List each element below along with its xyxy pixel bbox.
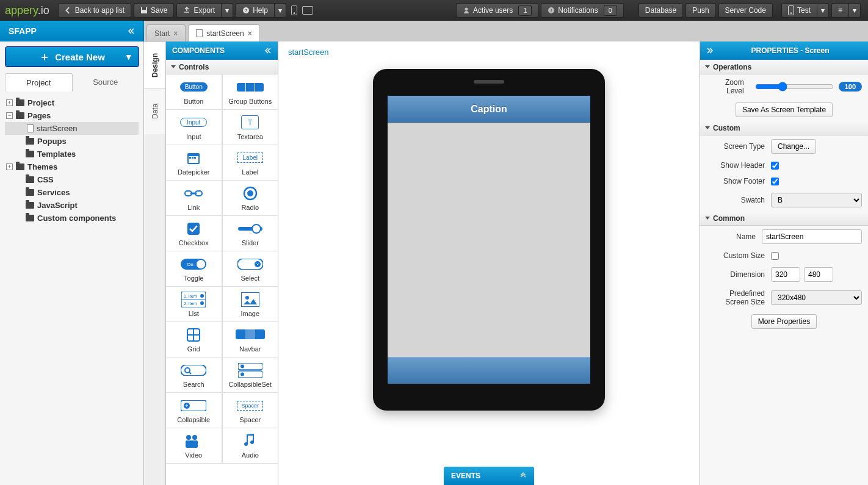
svg-point-17	[247, 190, 253, 196]
component-search[interactable]: Search	[166, 357, 222, 393]
svg-text:?: ?	[245, 8, 248, 13]
collapse-palette-icon[interactable]	[264, 47, 272, 54]
components-title: COMPONENTS	[172, 46, 225, 55]
predef-select[interactable]: 320x480	[771, 290, 862, 305]
help-caret[interactable]: ▾	[275, 3, 286, 18]
canvas[interactable]: startScreen Caption EVENTS	[278, 41, 700, 485]
breadcrumb[interactable]: startScreen	[278, 41, 700, 63]
test-caret[interactable]: ▾	[817, 3, 829, 18]
swatch-select[interactable]: B	[771, 193, 862, 207]
vtab-data[interactable]: Data	[144, 88, 165, 134]
svg-text:+: +	[186, 403, 189, 409]
component-navbar[interactable]: Navbar	[222, 322, 278, 357]
tree-javascript[interactable]: JavaScript	[5, 199, 139, 212]
component-input[interactable]: InputInput	[166, 110, 222, 145]
tree-project[interactable]: +Project	[5, 96, 139, 109]
logo: appery.io	[5, 4, 49, 17]
component-textarea[interactable]: TTextarea	[222, 110, 278, 145]
export-button[interactable]: Export	[176, 3, 222, 18]
collapse-left-icon[interactable]	[128, 27, 135, 35]
screen[interactable]: Caption	[388, 96, 590, 384]
dim-h-input[interactable]	[804, 267, 833, 282]
vtab-design[interactable]: Design	[144, 41, 165, 88]
close-icon[interactable]: ×	[248, 29, 252, 38]
tab-source[interactable]: Source	[73, 73, 139, 92]
name-label: Name	[706, 232, 756, 241]
component-slider[interactable]: Slider	[222, 216, 278, 251]
servercode-button[interactable]: Server Code	[718, 3, 773, 18]
component-image[interactable]: Image	[222, 287, 278, 322]
section-common[interactable]: Common	[700, 211, 868, 226]
tree-popups[interactable]: Popups	[5, 135, 139, 148]
tree-templates[interactable]: Templates	[5, 148, 139, 160]
component-group-buttons[interactable]: Group Buttons	[222, 74, 278, 110]
collapse-right-icon[interactable]	[706, 47, 714, 54]
section-custom[interactable]: Custom	[700, 121, 868, 135]
phone-preview-icon[interactable]	[291, 5, 297, 15]
push-button[interactable]: Push	[685, 3, 715, 18]
screen-body[interactable]	[388, 123, 590, 357]
section-controls[interactable]: Controls	[166, 60, 278, 74]
zoom-slider[interactable]	[755, 82, 834, 92]
close-icon[interactable]: ×	[173, 29, 178, 38]
component-checkbox[interactable]: Checkbox	[166, 216, 222, 251]
svg-rect-47	[186, 440, 198, 448]
dim-w-input[interactable]	[771, 267, 800, 282]
component-button[interactable]: ButtonButton	[166, 74, 222, 110]
test-button[interactable]: Test	[781, 3, 817, 18]
component-collapsible[interactable]: +Collapsible	[166, 393, 222, 428]
component-spacer[interactable]: SpacerSpacer	[222, 393, 278, 428]
zoom-label: Zoom Level	[706, 78, 744, 95]
component-toggle[interactable]: OnToggle	[166, 251, 222, 287]
notifications[interactable]: !Notifications0	[541, 3, 624, 18]
show-header-checkbox[interactable]	[771, 162, 779, 170]
menu-caret[interactable]: ▾	[849, 3, 861, 18]
tablet-preview-icon[interactable]	[302, 6, 313, 15]
events-bar[interactable]: EVENTS	[444, 467, 534, 485]
tab-start[interactable]: Start×	[146, 24, 186, 41]
svg-rect-10	[189, 157, 191, 159]
tab-project[interactable]: Project	[5, 73, 73, 92]
section-operations[interactable]: Operations	[700, 60, 868, 74]
component-audio[interactable]: Audio	[222, 428, 278, 464]
screen-header[interactable]: Caption	[388, 96, 590, 123]
help-button[interactable]: ?Help	[236, 3, 275, 18]
export-caret[interactable]: ▾	[222, 3, 233, 18]
back-button[interactable]: Back to app list	[58, 3, 131, 18]
database-button[interactable]: Database	[638, 3, 683, 18]
tree-pages[interactable]: −Pages	[5, 109, 139, 122]
tree-themes[interactable]: +Themes	[5, 160, 139, 173]
show-footer-checkbox[interactable]	[771, 178, 779, 185]
more-properties-button[interactable]: More Properties	[751, 314, 817, 329]
svg-point-42	[241, 364, 244, 368]
component-radio[interactable]: Radio	[222, 181, 278, 216]
component-label[interactable]: LabelLabel	[222, 145, 278, 181]
svg-point-25	[255, 261, 261, 267]
component-datepicker[interactable]: Datepicker	[166, 145, 222, 181]
active-users[interactable]: Active users1	[456, 3, 538, 18]
tab-startscreen[interactable]: startScreen×	[188, 24, 259, 41]
svg-point-31	[200, 301, 204, 305]
create-new-button[interactable]: ＋Create New▾	[5, 46, 139, 67]
app-header: SFAPP Start× startScreen×	[0, 21, 868, 41]
screen-type-label: Screen Type	[706, 142, 765, 151]
zoom-value: 100	[839, 82, 862, 92]
component-select[interactable]: Select	[222, 251, 278, 287]
component-grid[interactable]: Grid	[166, 322, 222, 357]
custom-size-checkbox[interactable]	[771, 252, 779, 260]
tree-startscreen[interactable]: startScreen	[5, 122, 139, 135]
component-video[interactable]: Video	[166, 428, 222, 464]
change-button[interactable]: Change...	[771, 139, 816, 154]
screen-footer[interactable]	[388, 357, 590, 384]
component-link[interactable]: Link	[166, 181, 222, 216]
name-input[interactable]	[762, 229, 862, 244]
svg-rect-12	[194, 157, 196, 159]
save-template-button[interactable]: Save As Screen Template	[736, 102, 833, 117]
menu-button[interactable]: ≡	[831, 3, 849, 18]
tree-css[interactable]: CSS	[5, 173, 139, 186]
save-button[interactable]: Save	[134, 3, 174, 18]
tree-custom[interactable]: Custom components	[5, 212, 139, 225]
component-list[interactable]: 1. Item2. ItemList	[166, 287, 222, 322]
component-collapsibleset[interactable]: CollapsibleSet	[222, 357, 278, 393]
tree-services[interactable]: Services	[5, 186, 139, 199]
